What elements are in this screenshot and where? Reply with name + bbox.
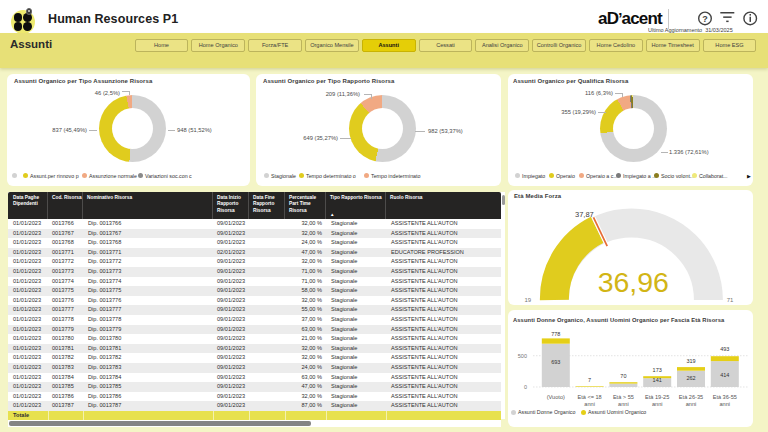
svg-text:anni: anni: [652, 401, 663, 407]
svg-text:anni: anni: [584, 401, 595, 407]
svg-text:Età 19-25: Età 19-25: [645, 394, 669, 400]
svg-text:71: 71: [727, 297, 734, 303]
svg-text:Età 36-55: Età 36-55: [713, 394, 737, 400]
svg-text:anni: anni: [618, 401, 629, 407]
svg-text:778: 778: [551, 331, 560, 337]
svg-text:173: 173: [653, 367, 662, 373]
svg-text:0: 0: [524, 384, 527, 390]
svg-text:493: 493: [720, 346, 729, 352]
svg-text:anni: anni: [686, 401, 697, 407]
svg-text:(Vuoto): (Vuoto): [547, 394, 565, 400]
svg-text:36,96: 36,96: [598, 266, 669, 298]
svg-text:70: 70: [620, 373, 626, 379]
svg-text:414: 414: [720, 372, 729, 378]
svg-text:141: 141: [653, 377, 662, 383]
svg-text:37,87: 37,87: [575, 210, 594, 219]
svg-text:anni: anni: [720, 401, 731, 407]
svg-text:693: 693: [551, 359, 560, 365]
svg-text:Età > 55: Età > 55: [613, 394, 634, 400]
svg-text:Età <= 18: Età <= 18: [577, 394, 601, 400]
svg-text:?: ?: [702, 14, 708, 24]
svg-text:500: 500: [518, 353, 527, 359]
svg-text:262: 262: [686, 375, 695, 381]
svg-text:Età 26-35: Età 26-35: [679, 394, 703, 400]
svg-text:319: 319: [686, 358, 695, 364]
svg-text:7: 7: [588, 377, 591, 383]
svg-text:19: 19: [525, 297, 532, 303]
